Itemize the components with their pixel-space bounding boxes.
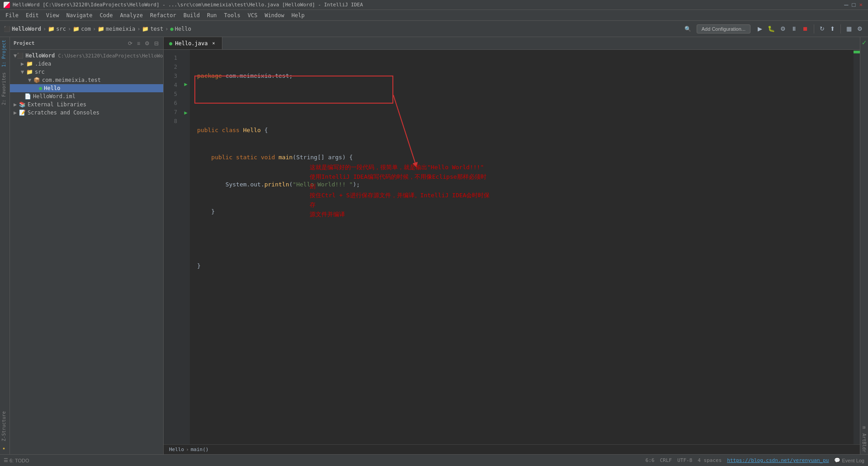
- close-button[interactable]: ×: [857, 0, 864, 9]
- structure-tab[interactable]: Z-Structure: [0, 409, 9, 444]
- debug-button[interactable]: 🐛: [766, 24, 777, 33]
- tab-close-button[interactable]: ×: [210, 40, 217, 47]
- menu-run[interactable]: Run: [203, 11, 221, 19]
- settings-button[interactable]: ⚙: [855, 24, 864, 33]
- project-tab[interactable]: 1: Project: [0, 37, 9, 70]
- toolbar-breadcrumb-meimeixia[interactable]: 📁 meimeixia: [98, 26, 135, 32]
- sync-button[interactable]: ⟳: [127, 39, 133, 48]
- todo-icon: ☰: [4, 457, 8, 463]
- profile-button[interactable]: ⏸: [789, 24, 799, 33]
- code-line-2: [197, 99, 846, 108]
- folder-icon-3: 📁: [98, 26, 104, 32]
- run-button[interactable]: ▶: [756, 24, 764, 33]
- toolbar-breadcrumb-test[interactable]: 📁 test: [142, 26, 163, 32]
- inspection-ok-icon: ✓: [862, 38, 867, 47]
- favorites-tab-bottom[interactable]: ★: [0, 444, 9, 454]
- menu-file[interactable]: File: [2, 11, 22, 19]
- folder-icon: 📁: [48, 26, 55, 32]
- line-num-1: 1: [164, 53, 179, 62]
- tree-item-package[interactable]: ▼ 📦 com.meimeixia.test: [10, 76, 163, 84]
- tab-hello-java[interactable]: ● Hello.java ×: [164, 37, 222, 49]
- code-line-4: public static void main(String[] args) {: [197, 153, 846, 162]
- run-class-button[interactable]: ▶: [183, 81, 189, 87]
- code-line-7: [197, 234, 846, 243]
- toolbar-separator-2: [840, 24, 841, 33]
- status-right: 6:6 CRLF UTF-8 4 spaces https://blog.csd…: [646, 457, 864, 463]
- line-numbers: 1 2 3 4 5 6 7 8: [164, 50, 183, 444]
- menu-analyze[interactable]: Analyze: [116, 11, 146, 19]
- menu-refactor[interactable]: Refactor: [146, 11, 180, 19]
- line-num-7: 7: [164, 108, 179, 117]
- maximize-button[interactable]: □: [850, 0, 858, 9]
- menu-window[interactable]: Window: [261, 11, 288, 19]
- project-panel-title: Project: [14, 40, 124, 46]
- class-icon: ●: [170, 26, 174, 32]
- toolbar-breadcrumb-src[interactable]: 📁 src: [48, 26, 66, 32]
- menu-edit[interactable]: Edit: [22, 11, 42, 19]
- run-main-button[interactable]: ▶: [183, 109, 189, 116]
- search-everywhere-icon[interactable]: 🔍: [684, 26, 691, 32]
- indent-spaces[interactable]: 4 spaces: [698, 457, 722, 463]
- run-gutter: ▶ ▶: [183, 50, 190, 444]
- title-text: HelloWord [C:\Users\32120\IdeaProjects\H…: [13, 2, 363, 8]
- breadcrumb-main[interactable]: main(): [191, 447, 209, 452]
- menu-tools[interactable]: Tools: [221, 11, 244, 19]
- code-line-5: System.out.println("Hello World!!! ");: [197, 180, 846, 189]
- menu-build[interactable]: Build: [180, 11, 203, 19]
- tree-item-src[interactable]: ▼ 📁 src: [10, 68, 163, 76]
- toolbar-breadcrumb: ⬛ HelloWord › 📁 src › 📁 com › 📁 meimeixi…: [4, 26, 695, 32]
- package-icon: 📦: [33, 77, 40, 83]
- add-configuration-button[interactable]: Add Configuration...: [697, 24, 750, 33]
- tab-label: Hello.java: [175, 40, 208, 47]
- menu-vcs[interactable]: VCS: [244, 11, 261, 19]
- breadcrumb-hello[interactable]: Hello: [169, 447, 184, 452]
- update-project-button[interactable]: ↻: [818, 24, 826, 33]
- menu-code[interactable]: Code: [96, 11, 117, 19]
- code-line-6: }: [197, 207, 846, 216]
- url-link[interactable]: https://blog.csdn.net/yerenyuan_pu: [727, 457, 829, 463]
- tree-item-hello-label: Hello: [44, 85, 60, 91]
- gear-icon[interactable]: ⚙: [144, 39, 151, 48]
- project-icon: ⬛: [17, 52, 24, 59]
- line-ending[interactable]: CRLF: [660, 457, 672, 463]
- menu-view[interactable]: View: [42, 11, 63, 19]
- status-bar: ☰ 6: TODO 6:6 CRLF UTF-8 4 spaces https:…: [0, 454, 868, 466]
- tree-item-iml[interactable]: 📄 HelloWord.iml: [10, 92, 163, 100]
- tree-item-helloword[interactable]: ▼ ⬛ HelloWord C:\Users\32120\IdeaProject…: [10, 52, 163, 60]
- terminal-button[interactable]: ▦: [844, 24, 854, 33]
- right-panel-m[interactable]: m: [861, 424, 868, 431]
- tree-item-scratches[interactable]: ▶ 📝 Scratches and Consoles: [10, 109, 163, 117]
- iml-icon: 📄: [24, 93, 31, 100]
- tree-item-libraries[interactable]: ▶ 📚 External Libraries: [10, 100, 163, 109]
- toolbar-project-name[interactable]: ⬛ HelloWord: [4, 26, 41, 32]
- todo-button[interactable]: ☰ 6: TODO: [4, 457, 29, 463]
- minimize-button[interactable]: ─: [842, 0, 850, 9]
- favorites-tab[interactable]: 2: Favorites: [0, 70, 9, 108]
- toolbar-breadcrumb-com[interactable]: 📁 com: [73, 26, 91, 32]
- code-line-8: }: [197, 262, 846, 271]
- event-log-button[interactable]: 💬 Event Log: [834, 457, 864, 463]
- run-coverage-button[interactable]: ⚙: [778, 24, 788, 33]
- encoding[interactable]: UTF-8: [677, 457, 692, 463]
- app-logo: [4, 2, 10, 8]
- tree-item-idea-label: .idea: [35, 61, 51, 67]
- menu-navigate[interactable]: Navigate: [63, 11, 96, 19]
- code-content[interactable]: package com.meimeixia.test; public class…: [190, 50, 854, 444]
- right-edge-stripe: [854, 50, 860, 444]
- right-panel-artbldr[interactable]: ArtBldr: [861, 432, 868, 454]
- project-tree: ▼ ⬛ HelloWord C:\Users\32120\IdeaProject…: [10, 50, 163, 454]
- stop-button[interactable]: ⏹: [801, 24, 810, 33]
- collapse-all-button[interactable]: ≡: [136, 39, 141, 48]
- tree-item-hello[interactable]: ● Hello: [10, 84, 163, 92]
- tab-bar: ● Hello.java ×: [164, 37, 860, 50]
- project-icon: ⬛: [4, 26, 10, 32]
- folder-icon: 📁: [26, 61, 33, 67]
- vcs-button[interactable]: ⬆: [828, 24, 837, 33]
- menu-help[interactable]: Help: [288, 11, 308, 19]
- code-line-3: public class Hello {: [197, 126, 846, 135]
- panel-settings-button[interactable]: ⊟: [153, 39, 160, 48]
- event-log-icon: 💬: [834, 457, 840, 463]
- toolbar-breadcrumb-hello[interactable]: ● Hello: [170, 26, 191, 32]
- main-layout: 1: Project 2: Favorites Z-Structure ★ Pr…: [0, 37, 868, 454]
- tree-item-idea[interactable]: ▶ 📁 .idea: [10, 60, 163, 68]
